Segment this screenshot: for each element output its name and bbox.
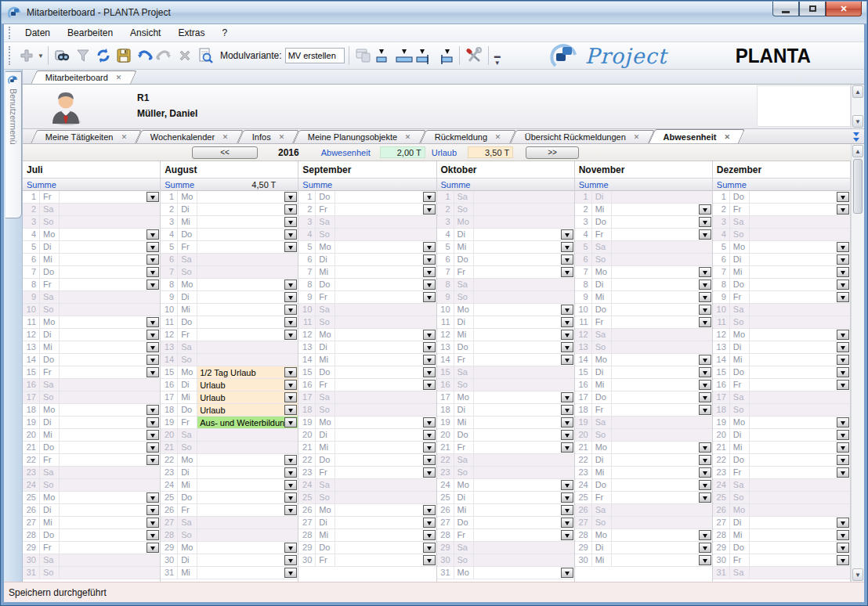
absence-cell[interactable] — [59, 329, 160, 341]
scroll-down-icon[interactable]: ▼ — [852, 568, 863, 581]
dropdown-button[interactable] — [561, 505, 573, 515]
close-icon[interactable] — [121, 133, 127, 141]
absence-cell[interactable] — [611, 379, 712, 391]
dropdown-button[interactable] — [284, 305, 297, 315]
absence-cell[interactable] — [611, 529, 712, 541]
dropdown-button[interactable] — [699, 405, 711, 415]
dropdown-button[interactable] — [146, 518, 159, 528]
absence-cell[interactable] — [749, 291, 850, 303]
dropdown-button[interactable] — [284, 292, 297, 302]
dropdown-button[interactable] — [146, 317, 159, 327]
dropdown-button[interactable] — [146, 192, 159, 202]
dropdown-button[interactable] — [284, 317, 297, 327]
dropdown-button[interactable] — [561, 342, 573, 352]
absence-cell[interactable] — [749, 467, 850, 478]
dropdown-button[interactable] — [284, 367, 297, 377]
dropdown-button[interactable] — [284, 467, 297, 478]
absence-cell[interactable] — [197, 492, 298, 503]
absence-cell[interactable] — [473, 417, 574, 428]
absence-cell[interactable] — [611, 216, 712, 228]
dropdown-button[interactable] — [146, 229, 159, 240]
menu-item-?[interactable]: ? — [213, 25, 236, 41]
absence-cell[interactable] — [749, 542, 850, 554]
toolbar-grip[interactable] — [9, 46, 13, 65]
absence-cell[interactable] — [59, 542, 160, 554]
absence-cell[interactable] — [473, 404, 574, 416]
dropdown-button[interactable] — [284, 405, 297, 415]
absence-cell[interactable] — [335, 429, 436, 441]
close-icon[interactable] — [406, 133, 412, 141]
dropdown-button[interactable] — [284, 392, 297, 402]
toolbar-overflow-icon[interactable]: ▬▼ — [494, 52, 501, 67]
absence-cell[interactable] — [335, 442, 436, 453]
undo-icon[interactable] — [134, 45, 154, 66]
absence-cell[interactable] — [335, 329, 436, 341]
absence-cell[interactable] — [59, 404, 160, 416]
dropdown-button[interactable] — [561, 405, 573, 415]
absence-cell[interactable] — [197, 304, 298, 316]
absence-cell[interactable] — [335, 467, 436, 478]
dropdown-button[interactable] — [561, 417, 573, 427]
absence-cell[interactable] — [473, 567, 574, 579]
tab-overflow-chevron-icon[interactable] — [853, 132, 859, 143]
absence-cell[interactable] — [59, 417, 160, 428]
absence-cell[interactable] — [473, 517, 574, 528]
absence-cell[interactable] — [59, 366, 160, 378]
dropdown-button[interactable] — [837, 467, 849, 478]
dropdown-button[interactable] — [423, 543, 436, 553]
absence-cell[interactable] — [473, 391, 574, 403]
absence-cell[interactable] — [749, 379, 850, 391]
dropdown-button[interactable] — [699, 267, 711, 277]
absence-cell[interactable] — [197, 204, 298, 215]
dropdown-button[interactable] — [561, 480, 573, 490]
absence-cell[interactable] — [197, 504, 298, 516]
menu-item-daten[interactable]: Daten — [16, 25, 59, 41]
absence-cell[interactable] — [197, 229, 298, 240]
menu-item-ansicht[interactable]: Ansicht — [121, 25, 169, 41]
absence-cell[interactable] — [59, 316, 160, 328]
tab-meine-planungsobjekte[interactable]: Meine Planungsobjekte — [294, 130, 426, 143]
absence-cell[interactable] — [197, 241, 298, 253]
absence-cell[interactable] — [473, 479, 574, 491]
dropdown-button[interactable] — [284, 417, 297, 427]
dropdown-button[interactable] — [423, 204, 436, 215]
close-icon[interactable] — [495, 133, 501, 141]
absence-cell[interactable] — [473, 266, 574, 278]
absence-cell[interactable] — [611, 404, 712, 416]
dropdown-button[interactable] — [699, 367, 711, 377]
add-dropdown-icon[interactable]: ▼ — [38, 52, 44, 60]
dropdown-button[interactable] — [699, 217, 711, 227]
absence-cell[interactable] — [611, 467, 712, 478]
dropdown-button[interactable] — [837, 555, 849, 565]
absence-cell[interactable] — [611, 492, 712, 503]
absence-cell[interactable] — [749, 266, 850, 278]
dropdown-button[interactable] — [423, 192, 436, 202]
dropdown-button[interactable] — [423, 518, 436, 528]
dropdown-button[interactable] — [699, 317, 711, 327]
absence-cell[interactable] — [749, 354, 850, 366]
dropdown-button[interactable] — [561, 229, 573, 240]
dropdown-button[interactable] — [146, 280, 159, 290]
dropdown-button[interactable] — [837, 543, 849, 553]
absence-cell[interactable] — [197, 454, 298, 466]
dropdown-button[interactable] — [699, 392, 711, 402]
absence-cell[interactable] — [197, 216, 298, 228]
dropdown-button[interactable] — [837, 367, 849, 377]
dropdown-button[interactable] — [561, 530, 573, 540]
dropdown-button[interactable] — [423, 355, 436, 365]
dropdown-button[interactable] — [423, 254, 436, 265]
dropdown-button[interactable] — [561, 242, 573, 252]
dropdown-button[interactable] — [284, 543, 297, 553]
dropdown-button[interactable] — [837, 267, 849, 277]
absence-cell[interactable] — [335, 191, 436, 203]
dropdown-button[interactable] — [423, 455, 436, 465]
absence-cell[interactable] — [335, 542, 436, 554]
absence-cell[interactable] — [611, 204, 712, 215]
absence-cell[interactable] — [59, 241, 160, 253]
dropdown-button[interactable] — [284, 217, 297, 227]
dropdown-button[interactable] — [146, 367, 159, 377]
dropdown-button[interactable] — [284, 204, 297, 215]
close-icon[interactable] — [634, 133, 640, 141]
dropdown-button[interactable] — [699, 229, 711, 240]
tab-abwesenheit[interactable]: Abwesenheit — [649, 129, 745, 143]
